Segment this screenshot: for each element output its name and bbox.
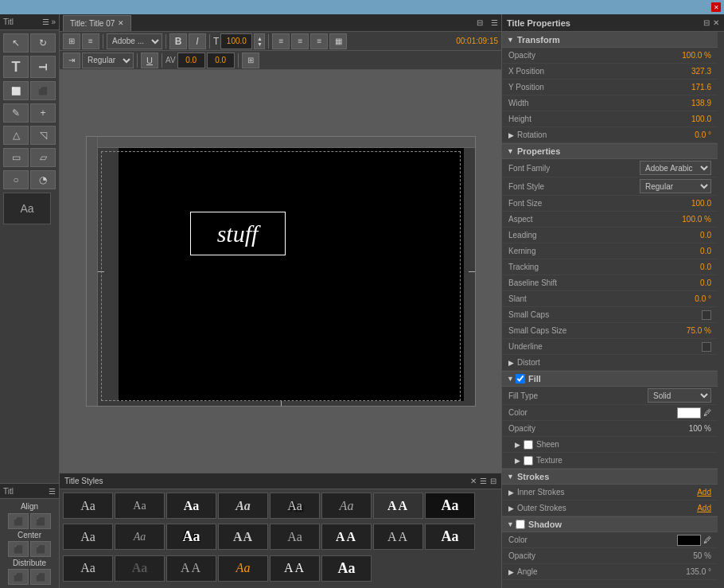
properties-section-header[interactable]: ▼ Properties	[502, 143, 718, 159]
baseline-shift-value[interactable]: 0.0	[700, 278, 711, 287]
area-text-tool[interactable]: ⬜	[3, 81, 29, 100]
path-text-tool[interactable]: ⬛	[30, 81, 56, 100]
style-item-16[interactable]: Aa	[425, 524, 475, 550]
style-item-19[interactable]: AA	[166, 555, 216, 582]
font-style-prop-select[interactable]: Regular	[640, 179, 711, 193]
rectangle-tool[interactable]: ▭	[3, 148, 29, 167]
strokes-section-header[interactable]: ▼ Strokes	[502, 469, 718, 485]
aspect-value[interactable]: 100.0 %	[682, 215, 711, 224]
style-item-20[interactable]: Aa	[218, 555, 268, 582]
transform-section-header[interactable]: ▼ Transform	[502, 32, 718, 48]
shadow-eyedropper-icon[interactable]: 🖉	[703, 535, 711, 544]
style-item-10[interactable]: Aa	[115, 524, 165, 550]
texture-checkbox[interactable]	[524, 456, 533, 465]
font-size-prop-value[interactable]: 100.0	[691, 199, 711, 208]
small-caps-checkbox[interactable]	[702, 310, 711, 320]
arc-tool[interactable]: ◔	[30, 170, 56, 189]
add-point-tool[interactable]: +	[30, 103, 56, 123]
opacity-value[interactable]: 100.0 %	[682, 51, 711, 60]
panel-float-btn[interactable]: ⊟	[472, 18, 488, 27]
slant-value[interactable]: 0.0 °	[695, 294, 711, 303]
align-right-text-btn[interactable]: ≡	[310, 33, 328, 49]
properties-scroll[interactable]: ▼ Transform Opacity 100.0 % X Position 3…	[502, 32, 724, 588]
baseline-input[interactable]	[207, 53, 235, 68]
width-value[interactable]: 138.9	[691, 99, 711, 107]
right-panel-close[interactable]: ✕	[713, 18, 719, 27]
shadow-angle-value[interactable]: 135.0 °	[686, 567, 711, 576]
y-position-value[interactable]: 171.6	[691, 83, 711, 92]
bold-btn[interactable]: B	[169, 33, 187, 49]
align-center-btn[interactable]: ⬛	[30, 513, 51, 529]
font-style-select[interactable]: Regular	[82, 53, 134, 68]
wedge-tool[interactable]: ◹	[30, 126, 56, 145]
inner-strokes-add-btn[interactable]: Add	[697, 488, 711, 496]
style-item-15[interactable]: AA	[373, 524, 423, 550]
style-item-7[interactable]: AA	[373, 493, 423, 519]
style-item-22[interactable]: Aa	[321, 555, 372, 582]
align-left-btn[interactable]: ⬛	[8, 513, 29, 529]
dist-vert-btn[interactable]: ⬛	[30, 569, 51, 585]
outer-strokes-add-btn[interactable]: Add	[697, 504, 711, 512]
underline-checkbox[interactable]	[702, 342, 711, 352]
tab-close-icon[interactable]: ✕	[118, 19, 124, 27]
style-item-4[interactable]: Aa	[218, 493, 268, 519]
style-item-13[interactable]: Aa	[270, 524, 320, 550]
style-item-9[interactable]: Aa	[63, 524, 113, 550]
fill-checkbox[interactable]	[516, 374, 525, 384]
style-item-3[interactable]: Aa	[166, 493, 216, 519]
text-tool[interactable]: T	[3, 56, 29, 78]
tracking-value[interactable]: 0.0	[700, 263, 711, 271]
tab-stops-btn[interactable]: ⇥	[63, 53, 80, 68]
style-btn[interactable]: ≡	[82, 33, 99, 49]
center-horiz-btn[interactable]: ⬛	[8, 541, 29, 557]
shadow-section-header[interactable]: ▼ Shadow	[502, 516, 718, 532]
style-item-12[interactable]: AA	[218, 524, 268, 550]
kerning-input[interactable]	[177, 53, 205, 68]
kerning-value[interactable]: 0.0	[700, 247, 711, 255]
style-item-21[interactable]: AA	[270, 555, 320, 582]
font-size-input[interactable]	[220, 33, 252, 49]
style-item-8[interactable]: Aa	[425, 493, 475, 519]
template-btn[interactable]: ⊞	[63, 33, 80, 49]
style-item-17[interactable]: Aa	[63, 555, 113, 582]
font-size-arrows[interactable]: ▲ ▼	[254, 33, 265, 49]
win-close-btn[interactable]: ✕	[711, 2, 721, 12]
italic-btn[interactable]: I	[189, 33, 206, 49]
shadow-color-swatch[interactable]	[677, 535, 701, 546]
panel-menu-icon[interactable]: ☰	[42, 18, 49, 26]
fill-opacity-value[interactable]: 100 %	[689, 424, 711, 433]
styles-menu-btn[interactable]: ☰	[480, 477, 487, 485]
height-value[interactable]: 100.0	[691, 115, 711, 123]
sheen-checkbox[interactable]	[524, 440, 533, 450]
ellipse-tool[interactable]: ○	[3, 170, 29, 189]
styles-close-btn[interactable]: ✕	[470, 477, 477, 485]
right-panel-float[interactable]: ⊟	[703, 18, 710, 27]
select-tool[interactable]: ↖	[3, 33, 29, 53]
fill-eyedropper-icon[interactable]: 🖉	[703, 408, 711, 417]
tab-icon[interactable]: ⊞	[242, 53, 259, 68]
style-item-1[interactable]: Aa	[63, 493, 113, 519]
align-left-text-btn[interactable]: ≡	[272, 33, 290, 49]
style-item-14[interactable]: AA	[321, 524, 372, 550]
justify-text-btn[interactable]: ▦	[329, 33, 347, 49]
center-vert-btn[interactable]: ⬛	[30, 541, 51, 557]
dist-horiz-btn[interactable]: ⬛	[8, 569, 29, 585]
align-panel-menu[interactable]: ☰	[49, 487, 56, 496]
style-item-11[interactable]: Aa	[166, 524, 216, 550]
rotation-value[interactable]: 0.0 °	[695, 130, 711, 139]
leading-value[interactable]: 0.0	[700, 231, 711, 239]
small-caps-size-value[interactable]: 75.0 %	[687, 326, 711, 335]
style-item-6[interactable]: Aa	[321, 493, 372, 519]
style-item-2[interactable]: Aa	[115, 493, 165, 519]
fill-section-header[interactable]: ▼ Fill	[502, 371, 718, 387]
styles-float-btn[interactable]: ⊟	[490, 477, 496, 485]
style-item-18[interactable]: Aa	[115, 555, 165, 582]
fill-color-swatch[interactable]	[677, 407, 701, 419]
shadow-checkbox[interactable]	[516, 520, 525, 529]
pen-tool[interactable]: ✎	[3, 103, 29, 123]
title-tab[interactable]: Title: Title 07 ✕	[63, 15, 131, 31]
align-center-text-btn[interactable]: ≡	[291, 33, 309, 49]
shadow-opacity-value[interactable]: 50 %	[693, 551, 711, 560]
panel-menu-btn[interactable]: ☰	[488, 18, 501, 27]
rotate-tool[interactable]: ↻	[30, 33, 56, 53]
